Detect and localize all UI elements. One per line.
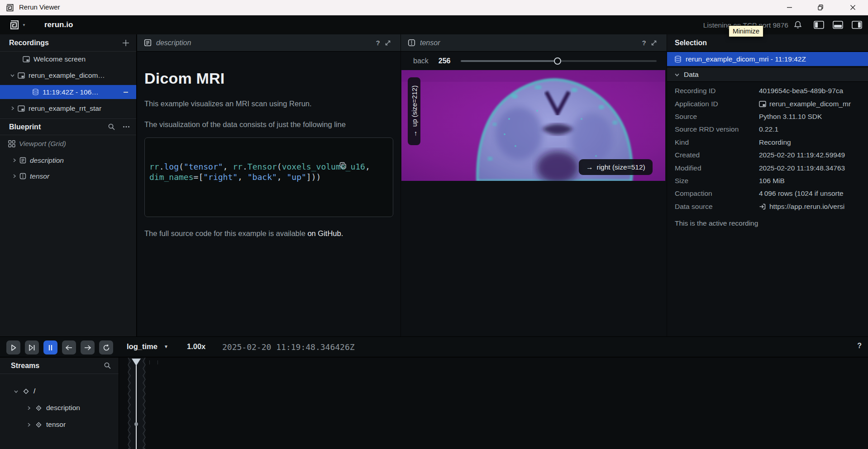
table-row: Modified 2025-02-20 11:19:48.34763 xyxy=(667,161,868,174)
chevron-down-icon: ▼ xyxy=(22,23,26,27)
chevron-down-icon[interactable]: ▼ xyxy=(164,344,168,349)
search-icon[interactable] xyxy=(104,362,111,369)
data-event-dot xyxy=(134,422,138,426)
notifications-bell-icon[interactable] xyxy=(793,20,802,29)
help-icon[interactable]: ? xyxy=(857,342,862,350)
slice-slider[interactable] xyxy=(461,57,657,65)
blueprint-viewport-item[interactable]: Viewport (Grid) xyxy=(0,137,136,151)
document-icon xyxy=(19,157,26,164)
toggle-right-panel-button[interactable] xyxy=(852,21,862,29)
stream-item-tensor[interactable]: tensor xyxy=(0,418,119,431)
recording-item-welcome[interactable]: Welcome screen xyxy=(0,52,136,66)
copy-code-icon[interactable] xyxy=(339,141,388,190)
selection-panel: Selection rerun_example_dicom_mri - 11:1… xyxy=(667,34,868,336)
step-next-button[interactable] xyxy=(81,340,95,354)
property-value[interactable]: https://app.rerun.io/versi xyxy=(769,203,844,211)
selected-recording-label: rerun_example_dicom_mri - 11:19:42Z xyxy=(686,55,806,63)
recording-item-label: rerun_example_rrt_star xyxy=(29,104,101,113)
property-value: Python 3.11.10 SDK xyxy=(759,113,822,121)
tensor-dim-slider-row: back 256 xyxy=(401,52,667,70)
table-row: Source RRD version 0.22.1 xyxy=(667,123,868,136)
close-recording-icon[interactable] xyxy=(123,89,129,95)
app-menu-button[interactable]: ▼ xyxy=(9,19,26,30)
toggle-bottom-panel-button[interactable] xyxy=(833,21,843,29)
brand-label: rerun.io xyxy=(44,20,73,29)
chevron-down-icon[interactable] xyxy=(10,73,15,78)
table-row: Compaction 4 096 rows (1024 if unsorte xyxy=(667,187,868,200)
left-sidebar: Recordings Welcome screen rerun_example_… xyxy=(0,34,137,336)
viewport-label: Viewport (Grid) xyxy=(19,140,66,148)
timeline-selector[interactable]: log_time xyxy=(127,342,157,351)
paragraph: This example visualizes an MRI scan usin… xyxy=(144,99,393,108)
tensor-icon xyxy=(408,39,415,47)
window-maximize-button[interactable] xyxy=(809,0,832,15)
search-icon[interactable] xyxy=(108,123,115,131)
time-scrubber-line[interactable] xyxy=(136,359,137,449)
property-label: Created xyxy=(675,151,759,159)
property-value: Recording xyxy=(759,138,791,147)
window-minimize-button[interactable] xyxy=(777,0,801,15)
recording-item-label: rerun_example_dicom… xyxy=(29,71,105,80)
chevron-right-icon[interactable] xyxy=(12,158,17,163)
loop-button[interactable] xyxy=(99,340,113,354)
help-icon[interactable]: ? xyxy=(372,39,384,47)
step-forward-button[interactable] xyxy=(25,340,39,354)
selected-recording-row[interactable]: rerun_example_dicom_mri - 11:19:42Z xyxy=(667,52,868,66)
chevron-right-icon[interactable] xyxy=(12,174,17,179)
chevron-down-icon[interactable] xyxy=(14,389,19,394)
active-recording-note: This is the active recording xyxy=(667,219,868,227)
table-row: Kind Recording xyxy=(667,136,868,149)
blueprint-title: Blueprint xyxy=(9,123,108,131)
property-label: Compaction xyxy=(675,189,759,198)
dim-label: back xyxy=(413,57,429,65)
recording-item-dicom[interactable]: rerun_example_dicom… xyxy=(0,68,136,82)
expand-panel-icon[interactable] xyxy=(384,39,397,47)
timeline-range-zigzag xyxy=(123,358,150,449)
recordings-title: Recordings xyxy=(9,39,122,47)
chevron-right-icon[interactable] xyxy=(26,406,31,411)
step-back-button[interactable] xyxy=(62,340,76,354)
document-icon xyxy=(144,39,152,47)
play-button[interactable] xyxy=(6,340,20,354)
recordings-header: Recordings xyxy=(0,34,136,52)
selection-panel-header: Selection xyxy=(667,34,868,52)
slider-handle[interactable] xyxy=(554,57,561,65)
selection-title: Selection xyxy=(675,39,707,47)
property-label: Data source xyxy=(675,203,759,211)
github-link[interactable]: on GitHub. xyxy=(307,229,343,237)
grid-icon xyxy=(8,140,15,147)
table-row: Size 106 MiB xyxy=(667,175,868,187)
chevron-right-icon[interactable] xyxy=(10,106,15,111)
description-panel-header[interactable]: description ? xyxy=(137,34,401,52)
stream-root-item[interactable]: / xyxy=(0,384,119,398)
toggle-left-panel-button[interactable] xyxy=(814,21,824,29)
tensor-panel-header[interactable]: tensor ? xyxy=(401,34,667,52)
rerun-logo-icon xyxy=(5,3,14,12)
more-options-icon[interactable] xyxy=(123,126,130,128)
stream-item-label: / xyxy=(33,387,35,395)
help-icon[interactable]: ? xyxy=(638,39,650,47)
recording-item-rrt-star[interactable]: rerun_example_rrt_star xyxy=(0,101,136,115)
panel-title: description xyxy=(156,39,191,47)
chevron-right-icon[interactable] xyxy=(26,422,31,427)
expand-panel-icon[interactable] xyxy=(650,39,663,47)
playback-speed[interactable]: 1.00x xyxy=(187,342,205,351)
app-window-icon xyxy=(18,105,25,112)
property-label: Source xyxy=(675,113,759,121)
window-title: Rerun Viewer xyxy=(19,3,60,11)
right-arrow-icon: → xyxy=(586,163,593,171)
recording-item-selected[interactable]: 11:19:42Z - 106… xyxy=(0,85,136,99)
property-value: 0.22.1 xyxy=(759,125,778,133)
time-scrubber-handle[interactable] xyxy=(132,359,141,366)
blueprint-item-label: tensor xyxy=(30,172,49,180)
blueprint-item-description[interactable]: description xyxy=(0,153,136,167)
mri-slice-view[interactable]: →up (size=212) →right (size=512) xyxy=(401,70,665,181)
add-recording-button[interactable] xyxy=(122,39,130,47)
pause-button[interactable] xyxy=(43,340,57,354)
window-close-button[interactable] xyxy=(841,0,864,15)
property-value: 2025-02-20 11:19:42.59949 xyxy=(759,151,845,159)
stream-item-description[interactable]: description xyxy=(0,401,119,415)
blueprint-item-tensor[interactable]: tensor xyxy=(0,169,136,183)
blueprint-header: Blueprint xyxy=(0,118,136,135)
table-row: Recording ID 4019654c-bea5-489b-97ca xyxy=(667,85,868,97)
